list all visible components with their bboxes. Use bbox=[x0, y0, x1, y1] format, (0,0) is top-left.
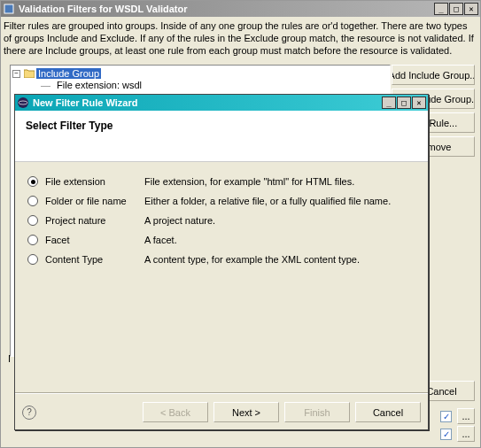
radio-row-folder[interactable]: Folder or file name Either a folder, a r… bbox=[27, 196, 415, 206]
tree-collapse-icon[interactable]: − bbox=[12, 70, 20, 78]
wizard-title: New Filter Rule Wizard bbox=[33, 97, 382, 108]
tree-leaf-dash: — bbox=[41, 80, 50, 90]
wizard-window-controls: _ □ ✕ bbox=[382, 97, 426, 109]
tree-child-label: File extension: wsdl bbox=[57, 80, 142, 90]
svg-point-1 bbox=[18, 97, 28, 108]
tree-group-label[interactable]: Include Group bbox=[36, 68, 101, 79]
radio-desc-file-extension: File extension, for example "html" for H… bbox=[144, 176, 354, 187]
svg-rect-0 bbox=[4, 4, 13, 13]
radio-label-facet: Facet bbox=[45, 235, 144, 245]
next-button[interactable]: Next > bbox=[213, 402, 279, 422]
wizard-body: File extension File extension, for examp… bbox=[15, 162, 428, 288]
description-text: Filter rules are grouped into groups. In… bbox=[4, 19, 477, 57]
back-button[interactable]: < Back bbox=[143, 402, 208, 422]
radio-row-file-extension[interactable]: File extension File extension, for examp… bbox=[27, 176, 415, 187]
parent-title: Validation Filters for WSDL Validator bbox=[19, 4, 434, 14]
wizard-footer: ? < Back Next > Finish Cancel bbox=[22, 402, 421, 422]
radio-row-facet[interactable]: Facet A facet. bbox=[27, 235, 415, 245]
ellipsis-button-2[interactable]: ... bbox=[457, 426, 475, 442]
checkbox-1[interactable]: ✓ bbox=[440, 411, 452, 422]
wizard-minimize-button[interactable]: _ bbox=[382, 97, 396, 109]
radio-desc-content-type: A content type, for example the XML cont… bbox=[144, 254, 360, 265]
wizard-footer-buttons: < Back Next > Finish Cancel bbox=[143, 402, 421, 422]
parent-body: Filter rules are grouped into groups. In… bbox=[1, 17, 480, 63]
tree-group-row[interactable]: − Include Group bbox=[12, 67, 388, 80]
radio-label-content-type: Content Type bbox=[45, 254, 144, 265]
minimize-button[interactable]: _ bbox=[434, 3, 448, 15]
parent-title-bar: Validation Filters for WSDL Validator _ … bbox=[1, 1, 480, 17]
maximize-button[interactable]: □ bbox=[449, 3, 463, 15]
wizard-dialog: New Filter Rule Wizard _ □ ✕ Select Filt… bbox=[14, 94, 429, 430]
radio-facet[interactable] bbox=[27, 235, 38, 245]
checkbox-2[interactable]: ✓ bbox=[440, 429, 452, 440]
radio-file-extension[interactable] bbox=[27, 176, 38, 187]
radio-row-project-nature[interactable]: Project nature A project nature. bbox=[27, 215, 415, 226]
check-row-2: ✓ ... bbox=[440, 426, 475, 442]
radio-desc-folder: Either a folder, a relative file, or a f… bbox=[144, 196, 391, 206]
radio-label-folder: Folder or file name bbox=[45, 196, 144, 206]
wizard-header: Select Filter Type bbox=[15, 111, 428, 162]
help-icon[interactable]: ? bbox=[22, 406, 36, 420]
radio-row-content-type[interactable]: Content Type A content type, for example… bbox=[27, 254, 415, 265]
radio-project-nature[interactable] bbox=[27, 215, 38, 226]
radio-desc-facet: A facet. bbox=[144, 235, 177, 245]
radio-desc-project-nature: A project nature. bbox=[144, 215, 215, 226]
folder-icon bbox=[24, 69, 35, 78]
wizard-cancel-button[interactable]: Cancel bbox=[355, 402, 421, 422]
check-row-1: ✓ ... bbox=[440, 408, 475, 424]
wizard-separator bbox=[15, 392, 428, 394]
wizard-header-title: Select Filter Type bbox=[26, 120, 417, 132]
ellipsis-button-1[interactable]: ... bbox=[457, 408, 475, 424]
radio-content-type[interactable] bbox=[27, 254, 38, 265]
wizard-maximize-button[interactable]: □ bbox=[397, 97, 411, 109]
finish-button[interactable]: Finish bbox=[284, 402, 350, 422]
app-icon bbox=[3, 3, 15, 15]
radio-label-project-nature: Project nature bbox=[45, 215, 144, 226]
radio-label-file-extension: File extension bbox=[45, 176, 144, 187]
wizard-close-button[interactable]: ✕ bbox=[412, 97, 426, 109]
add-include-group-button[interactable]: Add Include Group... bbox=[392, 65, 475, 85]
close-button[interactable]: ✕ bbox=[464, 3, 478, 15]
eclipse-icon bbox=[17, 97, 29, 109]
wizard-title-bar: New Filter Rule Wizard _ □ ✕ bbox=[15, 95, 428, 111]
side-label: I bbox=[8, 353, 11, 364]
radio-folder[interactable] bbox=[27, 196, 38, 206]
parent-window-controls: _ □ ✕ bbox=[434, 3, 478, 15]
tree-child-row[interactable]: — File extension: wsdl bbox=[41, 80, 388, 90]
